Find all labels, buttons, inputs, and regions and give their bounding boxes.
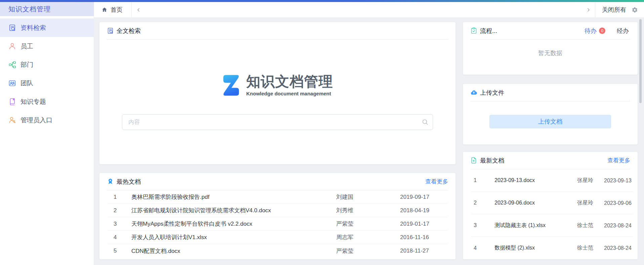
tab-todo-label: 待办 (585, 27, 597, 35)
search-icon[interactable] (422, 119, 428, 125)
doc-date: 2023-08-24 (604, 243, 633, 253)
doc-author: 严紫莹 (336, 220, 400, 228)
sidebar: 知识文档管理 资料检索 (0, 2, 94, 265)
sidebar-item-department[interactable]: 部门 (0, 55, 94, 74)
doc-title[interactable]: 奥林巴斯需求阶段验收报告.pdf (124, 193, 336, 201)
close-all-button[interactable]: 关闭所有 (595, 6, 632, 14)
row-index: 4 (108, 234, 124, 241)
doc-title[interactable]: 2023-09-06.docx (484, 200, 577, 206)
upload-doc-button[interactable]: 上传文档 (489, 115, 611, 128)
hot-docs-more-link[interactable]: 查看更多 (425, 178, 448, 185)
doc-author: 徐士范 (577, 245, 604, 252)
tab-todo[interactable]: 待办 0 (585, 27, 605, 35)
chevron-right-icon (586, 7, 591, 12)
tab-home-label: 首页 (111, 6, 123, 14)
app-title: 知识文档管理 (0, 2, 94, 16)
upload-card: 上传文件 上传文档 (463, 84, 638, 144)
doc-title[interactable]: 数据模型 (2).xlsx (484, 245, 577, 252)
sidebar-item-label: 团队 (20, 79, 33, 88)
table-row[interactable]: 2 2023-09-06.docx 张星玲 2023-09-06 (471, 192, 633, 214)
sidebar-menu: 资料检索 员工 (0, 18, 94, 129)
nav-back-button[interactable] (132, 2, 145, 17)
scrollbar-thumb[interactable] (639, 19, 642, 103)
doc-author: 张星玲 (577, 177, 604, 184)
cloud-upload-icon (470, 89, 477, 96)
todo-count-badge: 0 (599, 28, 605, 34)
doc-author: 严紫莹 (336, 247, 400, 255)
row-index: 2 (108, 207, 124, 214)
table-row[interactable]: 2 江苏省邮电规划设计院知识管理系统需求文档V4.0.docx 刘秀维 2018… (108, 204, 447, 217)
row-index: 1 (471, 177, 484, 183)
doc-title[interactable]: 测试隐藏主表 (1).xlsx (484, 222, 577, 229)
doc-date: 2016-11-16 (400, 234, 447, 241)
row-index: 4 (471, 245, 484, 251)
org-chart-icon (8, 61, 16, 69)
sidebar-item-employee[interactable]: 员工 (0, 37, 94, 55)
row-index: 1 (108, 194, 124, 201)
recent-docs-more-link[interactable]: 查看更多 (607, 157, 630, 164)
brand-subtitle: Knowledge document management (246, 91, 333, 96)
gear-icon (632, 7, 638, 13)
sidebar-item-search[interactable]: 资料检索 (0, 18, 94, 37)
card-title: 最热文档 (117, 178, 141, 186)
sidebar-item-team[interactable]: 团队 (0, 74, 94, 92)
doc-plus-icon (470, 157, 477, 164)
doc-title[interactable]: 江苏省邮电规划设计院知识管理系统需求文档V4.0.docx (124, 207, 336, 214)
top-accent-bar (0, 0, 644, 2)
card-title: 最新文档 (480, 157, 504, 165)
flow-card: 流程... 待办 0 经办 暂无数据 (463, 22, 638, 75)
row-index: 2 (471, 200, 484, 206)
sidebar-item-label: 部门 (20, 60, 33, 69)
table-row[interactable]: 5 CDN配置文档.docx 严紫莹 2018-11-27 (108, 244, 447, 258)
brand-name: 知识文档管理 (246, 74, 333, 89)
app-logo: 知识文档管理 Knowledge document management (99, 73, 456, 97)
table-row[interactable]: 3 测试隐藏主表 (1).xlsx 徐士范 2023-08-24 (471, 214, 633, 237)
empty-state-text: 暂无数据 (463, 49, 638, 57)
doc-author: 张星玲 (577, 200, 604, 207)
person-icon (8, 42, 16, 50)
doc-date: 2023-08-24 (604, 221, 633, 230)
doc-date: 2023-09-06 (604, 198, 633, 208)
admin-key-icon (8, 116, 16, 124)
doc-author: 徐士范 (577, 222, 604, 229)
search-input[interactable] (122, 114, 433, 130)
hot-docs-card: 最热文档 查看更多 1 奥林巴斯需求阶段验收报告.pdf 刘建国 2019-09… (99, 173, 456, 259)
sidebar-item-label: 资料检索 (20, 24, 46, 32)
table-row[interactable]: 3 天翎MyApps柔性定制平台软件白皮书 v2.2.docx 严紫莹 2019… (108, 217, 447, 231)
doc-author: 刘建国 (336, 193, 400, 201)
sidebar-item-label: 知识专题 (20, 97, 46, 106)
doc-date: 2019-01-17 (400, 221, 447, 227)
table-row[interactable]: 4 数据模型 (2).xlsx 徐士范 2023-08-24 (471, 237, 633, 259)
tab-done[interactable]: 经办 (617, 27, 629, 35)
tab-home[interactable]: 首页 (94, 2, 132, 17)
clipboard-check-icon (470, 27, 477, 34)
doc-title[interactable]: CDN配置文档.docx (124, 247, 336, 255)
doc-date: 2018-04-19 (400, 207, 447, 214)
doc-title[interactable]: 2023-09-13.docx (484, 177, 577, 183)
doc-date: 2019-09-17 (400, 194, 447, 201)
medal-icon (107, 178, 114, 185)
book-icon (8, 98, 16, 105)
doc-author: 周志军 (336, 233, 400, 241)
doc-title[interactable]: 天翎MyApps柔性定制平台软件白皮书 v2.2.docx (124, 220, 336, 228)
hot-docs-table: 1 奥林巴斯需求阶段验收报告.pdf 刘建国 2019-09-17 2 江苏省邮… (99, 190, 456, 258)
fulltext-search-card: 全文检索 知识文 (99, 22, 456, 164)
table-row[interactable]: 4 开发人员入职培训计划V1.xlsx 周志军 2016-11-16 (108, 231, 447, 244)
nav-forward-button[interactable] (582, 2, 595, 17)
team-icon (8, 79, 16, 87)
settings-button[interactable] (632, 7, 638, 13)
recent-docs-table: 1 2023-09-13.docx 张星玲 2023-09-13 2 2023-… (463, 169, 638, 259)
sidebar-item-label: 员工 (20, 42, 33, 51)
card-title: 全文检索 (117, 27, 141, 35)
recent-docs-card: 最新文档 查看更多 1 2023-09-13.docx 张星玲 2023-09-… (463, 152, 638, 259)
table-row[interactable]: 1 奥林巴斯需求阶段验收报告.pdf 刘建国 2019-09-17 (108, 190, 447, 204)
chevron-left-icon (136, 7, 141, 12)
doc-date: 2023-09-13 (604, 176, 633, 185)
table-row[interactable]: 1 2023-09-13.docx 张星玲 2023-09-13 (471, 169, 633, 192)
row-index: 5 (108, 248, 124, 254)
doc-search-icon (8, 24, 16, 32)
doc-title[interactable]: 开发人员入职培训计划V1.xlsx (124, 233, 336, 241)
doc-author: 刘秀维 (336, 207, 400, 214)
sidebar-item-topics[interactable]: 知识专题 (0, 92, 94, 111)
sidebar-item-admin[interactable]: 管理员入口 (0, 111, 94, 129)
